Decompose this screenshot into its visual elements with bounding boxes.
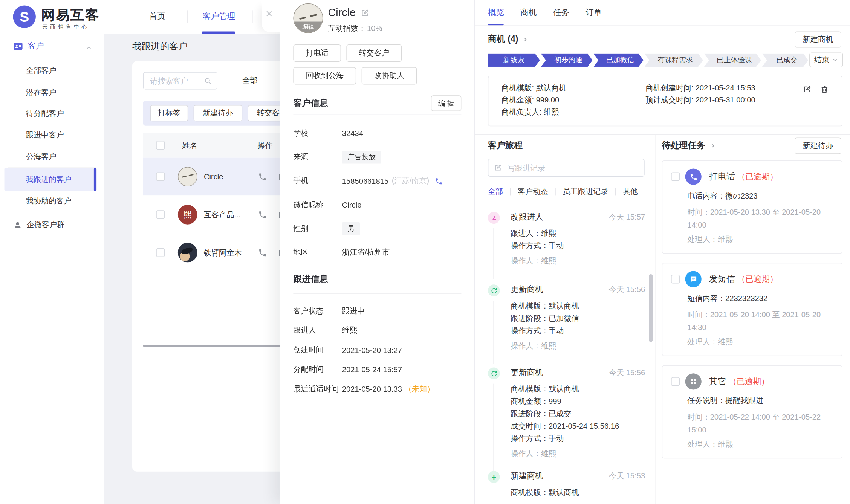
field-wechat-nickname: 微信昵称 Circle bbox=[293, 193, 470, 217]
edit-info-button[interactable]: 编 辑 bbox=[431, 95, 461, 111]
entry-line: 操作方式：手动 bbox=[511, 432, 645, 445]
change-helper-button[interactable]: 改协助人 bbox=[362, 67, 417, 84]
call-button[interactable]: 打电话 bbox=[293, 44, 341, 62]
row-checkbox[interactable] bbox=[156, 248, 165, 257]
entry-title: 改跟进人 bbox=[511, 212, 543, 222]
sidebar-item-wecom-groups[interactable]: 企微客户群 bbox=[13, 220, 65, 230]
entry-time: 今天 15:56 bbox=[609, 285, 645, 295]
tab-tasks[interactable]: 任务 bbox=[553, 8, 569, 18]
sidebar-item-my-assisted-customers[interactable]: 我协助的客户 bbox=[0, 190, 104, 212]
opportunity-heading[interactable]: 商机 (4) bbox=[488, 34, 529, 45]
stage-course-need[interactable]: 有课程需求 bbox=[645, 53, 703, 67]
phone-icon[interactable] bbox=[435, 177, 443, 185]
chevron-right-icon bbox=[522, 36, 529, 43]
engagement-label: 互动指数： bbox=[328, 24, 366, 32]
field-created-time: 创建时间 2021-05-20 13:27 bbox=[293, 341, 470, 360]
recycle-button[interactable]: 回收到公海 bbox=[293, 67, 356, 84]
tab-overview[interactable]: 概览 bbox=[488, 8, 504, 18]
task-checkbox[interactable] bbox=[671, 275, 680, 283]
select-all-checkbox[interactable] bbox=[156, 141, 165, 150]
task-checkbox[interactable] bbox=[671, 377, 680, 386]
sidebar-item-my-followed-customers[interactable]: 我跟进的客户 bbox=[5, 168, 97, 191]
end-stage-dropdown[interactable]: 结束 bbox=[809, 53, 843, 67]
phone-icon[interactable] bbox=[258, 173, 267, 182]
task-checkbox[interactable] bbox=[671, 173, 680, 181]
new-opportunity-button[interactable]: 新建商机 bbox=[795, 31, 841, 47]
opportunity-pipeline: 新线索 初步沟通 已加微信 有课程需求 已上体验课 已成交 bbox=[488, 53, 808, 67]
transfer-button[interactable]: 转交客户 bbox=[346, 44, 402, 62]
new-task-button[interactable]: 新建待办 bbox=[795, 137, 841, 154]
stage-closed-won[interactable]: 已成交 bbox=[762, 53, 808, 67]
tag-button[interactable]: 打标签 bbox=[150, 105, 188, 121]
horizontal-scrollbar[interactable] bbox=[143, 345, 291, 347]
delete-icon[interactable] bbox=[820, 85, 829, 94]
field-label: 客户状态 bbox=[293, 306, 342, 316]
chevron-right-icon bbox=[709, 142, 716, 149]
phone-icon[interactable] bbox=[258, 210, 267, 219]
stage-wechat-added[interactable]: 已加微信 bbox=[593, 53, 643, 67]
filter-staff-records[interactable]: 员工跟进记录 bbox=[563, 187, 608, 197]
stage-new-lead[interactable]: 新线索 bbox=[488, 53, 540, 67]
nav-divider bbox=[187, 10, 187, 23]
task-content: 微の2323 bbox=[725, 191, 758, 200]
entry-line: 成交时间：2021-05-24 15:56:16 bbox=[511, 420, 645, 432]
unknown-badge: （未知） bbox=[404, 384, 435, 394]
nav-customer-management[interactable]: 客户管理 bbox=[203, 11, 235, 21]
column-header-name: 姓名 bbox=[182, 133, 197, 158]
entry-line: 操作方式：手动 bbox=[511, 325, 645, 337]
tab-orders[interactable]: 订单 bbox=[586, 8, 602, 18]
sidebar-item-unassigned-customers[interactable]: 待分配客户 bbox=[0, 102, 104, 124]
nav-home[interactable]: 首页 bbox=[149, 11, 165, 21]
tasks-heading[interactable]: 待处理任务 bbox=[662, 140, 716, 151]
avatar[interactable]: 编辑 bbox=[293, 3, 323, 33]
edit-icon[interactable] bbox=[803, 85, 812, 94]
follow-note-input[interactable] bbox=[506, 163, 639, 173]
row-checkbox[interactable] bbox=[156, 173, 165, 181]
overdue-badge: （已逾期） bbox=[737, 171, 778, 182]
sidebar-item-potential-customers[interactable]: 潜在客户 bbox=[0, 81, 104, 103]
customer-name: Circle bbox=[204, 158, 223, 196]
chevron-up-icon[interactable] bbox=[86, 44, 92, 51]
page-title: 我跟进的客户 bbox=[132, 40, 188, 52]
phone-number: 15850661815 bbox=[342, 177, 388, 185]
divider bbox=[655, 134, 656, 504]
customer-detail-drawer: × 编辑 Circle 互动指数：10% 打电话 转交客户 回收到公海 改协助人… bbox=[280, 0, 474, 504]
sidebar-item-public-sea-customers[interactable]: 公海客户 bbox=[0, 145, 104, 167]
field-value: 维熙 bbox=[342, 326, 357, 336]
sidebar-item-all-customers[interactable]: 全部客户 bbox=[0, 60, 104, 81]
nav-active-underline bbox=[202, 31, 235, 34]
search-icon[interactable] bbox=[204, 77, 212, 85]
new-todo-button[interactable]: 新建待办 bbox=[194, 105, 242, 121]
vertical-scrollbar[interactable] bbox=[649, 274, 653, 342]
task-content-label: 电话内容： bbox=[687, 191, 725, 200]
field-value: 跟进中 bbox=[342, 306, 365, 316]
task-time: 时间：2021-05-22 14:00 至 2021-05-22 15:00 bbox=[687, 410, 834, 436]
sidebar-item-following-customers[interactable]: 跟进中客户 bbox=[0, 124, 104, 146]
filter-dropdown[interactable]: 全部 bbox=[242, 76, 257, 86]
row-checkbox[interactable] bbox=[156, 210, 165, 219]
stage-trial-lesson[interactable]: 已上体验课 bbox=[704, 53, 761, 67]
edit-name-icon[interactable] bbox=[361, 8, 369, 17]
filter-customer-activity[interactable]: 客户动态 bbox=[518, 187, 548, 197]
tab-opportunities[interactable]: 商机 bbox=[520, 8, 537, 18]
filter-other[interactable]: 其他 bbox=[623, 187, 638, 197]
divider bbox=[293, 293, 461, 293]
sidebar-group-customers[interactable]: 客户 bbox=[13, 41, 44, 51]
avatar-edit-overlay[interactable]: 编辑 bbox=[294, 22, 323, 33]
detail-tabs: 概览 商机 任务 订单 bbox=[488, 8, 602, 18]
field-label: 地区 bbox=[293, 248, 342, 258]
gender-tag: 男 bbox=[342, 222, 360, 235]
drawer-close-tab: × bbox=[262, 0, 280, 32]
journey-timeline: 改跟进人 今天 15:57 跟进人：维熙 操作方式：手动 操作人：维熙 更新商机… bbox=[488, 212, 645, 499]
search-input[interactable] bbox=[144, 73, 204, 89]
phone-icon[interactable] bbox=[258, 248, 267, 257]
phone-icon bbox=[685, 168, 702, 185]
field-label: 微信昵称 bbox=[293, 200, 342, 210]
follow-note-box bbox=[488, 159, 645, 177]
overdue-badge: （已逾期） bbox=[737, 274, 778, 284]
nav-divider bbox=[252, 10, 253, 23]
stage-first-contact[interactable]: 初步沟通 bbox=[541, 53, 593, 67]
close-icon[interactable]: × bbox=[266, 8, 273, 20]
field-value: 2021-05-20 13:27 bbox=[342, 346, 402, 354]
filter-all[interactable]: 全部 bbox=[488, 187, 503, 197]
